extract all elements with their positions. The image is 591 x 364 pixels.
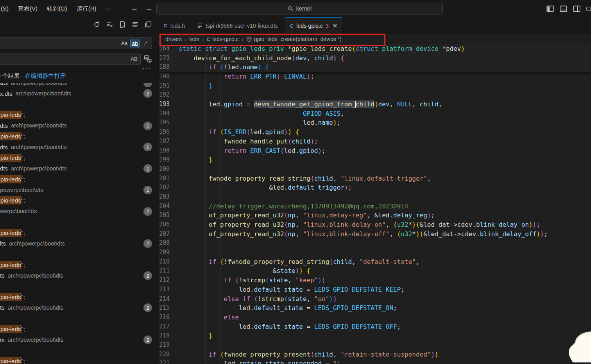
new-search-editor-icon[interactable] <box>119 21 126 28</box>
regex-toggle[interactable]: .* <box>141 39 150 48</box>
code-line[interactable]: 211 &state)) { <box>159 266 591 276</box>
search-result-match-row[interactable]: pio-leds"; <box>0 292 159 302</box>
search-result-empty-row <box>0 217 159 227</box>
code-line[interactable]: 221 led.retain_state_suspended = 1; <box>159 359 591 364</box>
results-count: 0 个结果 - <box>0 72 25 79</box>
tab-leds-h[interactable]: C leds.h <box>159 17 190 34</box>
code-line[interactable]: 210 if (!fwnode_property_read_string(chi… <box>159 257 591 267</box>
close-tab-icon[interactable]: ✕ <box>333 22 338 29</box>
code-line[interactable]: 220 if (fwnode_property_present(child, "… <box>159 350 591 359</box>
search-result-match-row[interactable]: pio-leds"; <box>0 131 159 142</box>
forward-arrow-icon[interactable]: → <box>142 4 156 13</box>
code-line[interactable]: 196 if (IS_ERR(led.gpiod)) { <box>159 127 591 137</box>
collapse-all-icon[interactable] <box>132 21 139 28</box>
code-line[interactable]: 200 <box>159 165 591 174</box>
toggle-secondary-sidebar-icon[interactable] <box>573 5 580 13</box>
replace-all-icon[interactable]: abac <box>144 55 152 63</box>
code-line[interactable]: 197 fwnode_handle_put(child); <box>159 137 591 146</box>
code-line[interactable]: 215 led.default_state = LEDS_GPIO_DEFSTA… <box>159 303 591 313</box>
search-result-match-row[interactable]: pio-leds"; <box>0 227 159 238</box>
code-line[interactable]: 219 <box>159 341 591 350</box>
code-line[interactable]: 214 else if (!strcmp(state, "on")) <box>159 294 591 304</box>
search-sidebar: Aa ab .* AB abac ··· 0 个结果 - 在编辑器中打开 dts… <box>0 17 159 364</box>
line-number: 196 <box>159 127 179 137</box>
search-result-match-row[interactable]: pio-leds"; <box>0 152 159 163</box>
code-line[interactable]: 179 device_for_each_child_node(dev, chil… <box>159 54 591 63</box>
editor-area: C leds.h tspi-rk3566-user-v10-linux.dts … <box>159 17 591 364</box>
search-result-match-row[interactable]: pio-leds"; <box>0 260 159 270</box>
breadcrumb-folder[interactable]: leds <box>189 36 199 42</box>
breadcrumb-symbol[interactable]: gpio_leds_create(platform_device *) <box>254 36 342 42</box>
menu-overflow-button[interactable]: ··· <box>101 3 116 14</box>
code-line[interactable]: 206 of_property_read_u32(np, "linux,blin… <box>159 220 591 230</box>
code-line[interactable]: 164static struct gpio_leds_priv *gpio_le… <box>159 44 591 54</box>
menu-item-partial[interactable]: (S) <box>0 3 13 14</box>
match-text: "; <box>21 154 25 161</box>
search-result-file-row[interactable]: dtsarch\powerpc\boot\dts1 <box>0 142 159 152</box>
tab-label: leds.h <box>170 23 185 29</box>
global-search-input[interactable]: kernel <box>156 3 443 14</box>
code-line-current[interactable]: 193 led.gpiod = devm_fwnode_get_gpiod_fr… <box>159 100 591 109</box>
breadcrumb-folder[interactable]: drivers <box>165 36 182 42</box>
code-viewport[interactable]: 190 return ERR_PTR(-EINVAL);191 }192193 … <box>159 72 591 364</box>
code-line[interactable]: 207 of_property_read_u32(np, "linux,blin… <box>159 230 591 239</box>
code-line[interactable]: 216 else <box>159 313 591 322</box>
code-line[interactable]: 201 fwnode_property_read_string(child, "… <box>159 174 591 183</box>
code-line[interactable]: 191 } <box>159 81 591 91</box>
code-line[interactable]: 188 if (!led.name) { <box>159 63 591 72</box>
breadcrumb-file[interactable]: leds-gpio.c <box>212 36 239 42</box>
code-line[interactable]: 205 of_property_read_u32(np, "linux,dela… <box>159 211 591 220</box>
search-result-match-row[interactable]: pio-leds"; <box>0 324 159 334</box>
code-line[interactable]: 195 led.name); <box>159 118 591 127</box>
code-line[interactable]: 202 &led.default_trigger); <box>159 183 591 192</box>
menu-item-view[interactable]: 查看(V) <box>13 3 42 14</box>
back-arrow-icon[interactable]: ← <box>127 4 142 13</box>
search-result-file-row[interactable]: x.dtsarch\powerpc\boot\dts2 <box>0 88 159 99</box>
search-result-file-row[interactable]: tsarch\powerpc\boot\dts2 <box>0 334 159 345</box>
search-result-file-row[interactable]: werpc\boot\dts2 <box>0 206 159 217</box>
code-line[interactable]: 203 <box>159 192 591 202</box>
open-in-editor-link[interactable]: 在编辑器中打开 <box>25 72 66 79</box>
search-result-match-row[interactable]: pio-leds"; <box>0 109 159 120</box>
code-line[interactable]: 204 //delay trigger,wucaicheng,137891349… <box>159 202 591 211</box>
toggle-search-details-button[interactable]: ··· <box>142 65 151 72</box>
code-line[interactable]: 212 if (!strcmp(state, "keep")) <box>159 276 591 285</box>
refresh-icon[interactable] <box>93 21 100 28</box>
code-line[interactable]: 217 led.default_state = LEDS_GPIO_DEFSTA… <box>159 322 591 332</box>
match-case-toggle[interactable]: Aa <box>120 39 129 48</box>
code-line[interactable]: 213 led.default_state = LEDS_GPIO_DEFSTA… <box>159 285 591 294</box>
tab-tspi-dts[interactable]: tspi-rk3566-user-v10-linux.dts <box>190 17 285 34</box>
code-line[interactable]: 209 <box>159 248 591 257</box>
whole-word-toggle[interactable]: ab <box>130 39 140 48</box>
code-line[interactable]: 190 return ERR_PTR(-EINVAL); <box>159 72 591 81</box>
code-line[interactable]: 192 <box>159 90 591 100</box>
search-result-file-row[interactable]: ltsarch\powerpc\boot\dts2 <box>0 238 159 249</box>
search-result-match-row[interactable]: pio-leds"; <box>0 195 159 206</box>
clear-search-results-icon[interactable] <box>106 21 113 28</box>
search-result-match-row[interactable]: pio-leds"; <box>0 174 159 185</box>
toggle-sidebar-icon[interactable] <box>546 5 554 13</box>
preserve-case-toggle[interactable]: AB <box>129 54 139 64</box>
search-result-file-row[interactable]: tsarch\powerpc\boot\dts2 <box>0 270 159 281</box>
open-in-editor-icon[interactable] <box>145 21 152 28</box>
search-result-file-row[interactable]: dtsarch\powerpc\boot\dts1 <box>0 120 159 131</box>
code-line[interactable]: 198 return ERR_CAST(led.gpiod); <box>159 146 591 156</box>
search-result-file-row[interactable]: dtsarch\powerpc\boot\dts1 <box>0 163 159 174</box>
tab-label: leds-gpio.c <box>296 23 323 29</box>
search-result-file-row[interactable]: tsarch\powerpc\boot\dts2 <box>0 302 159 313</box>
code-line[interactable]: 218 } <box>159 331 591 341</box>
search-query-input[interactable]: Aa ab .* <box>0 37 152 49</box>
code-line[interactable]: 194 GPIOD_ASIS, <box>159 109 591 118</box>
menu-item-run[interactable]: 运行(R) <box>72 3 101 14</box>
tab-leds-gpio-c[interactable]: C leds-gpio.c 3 ✕ <box>285 17 342 34</box>
customize-layout-icon[interactable] <box>586 5 591 13</box>
replace-input[interactable]: AB <box>0 53 141 65</box>
search-result-file-row[interactable]: dtsarch\powerpc\boot\dts <box>0 83 159 88</box>
code-line[interactable]: 199 } <box>159 155 591 165</box>
search-result-file-row[interactable]: powerpc\boot\dts1 <box>0 185 159 195</box>
search-result-match-row[interactable]: pio-leds"; <box>0 356 159 364</box>
menu-item-go[interactable]: 转到(G) <box>42 3 72 14</box>
search-icon <box>288 6 294 12</box>
code-line[interactable]: 208 <box>159 238 591 248</box>
toggle-panel-icon[interactable] <box>560 5 567 13</box>
